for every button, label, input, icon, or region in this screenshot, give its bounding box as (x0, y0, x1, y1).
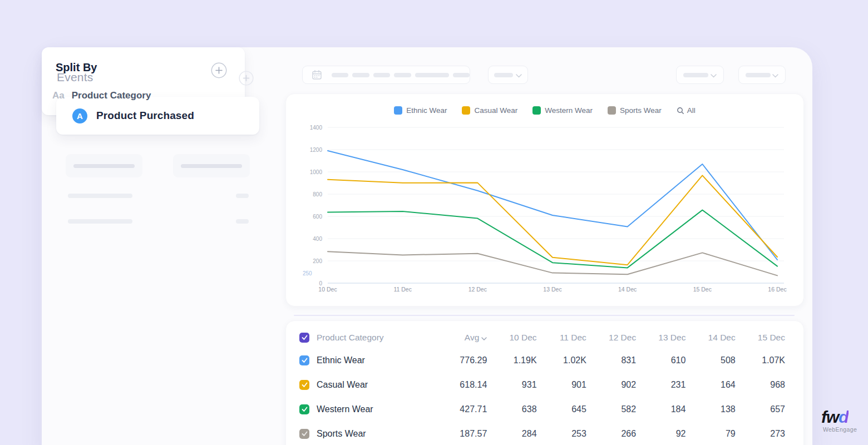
checkmark-icon (302, 335, 308, 340)
split-by-field-label: Product Category (72, 90, 151, 101)
row-label: Western Wear (317, 404, 373, 414)
granularity-select[interactable] (488, 66, 528, 84)
chevron-down-icon (772, 70, 778, 80)
event-item-product-purchased[interactable]: A Product Purchased (56, 97, 259, 135)
plus-circle-icon (211, 62, 227, 81)
cell-value: 138 (685, 404, 735, 414)
row-checkbox[interactable] (299, 355, 309, 365)
skeleton-pill (68, 194, 132, 198)
svg-text:10 Dec: 10 Dec (318, 286, 337, 293)
svg-text:13 Dec: 13 Dec (543, 286, 561, 293)
cell-value: 92 (636, 429, 685, 439)
event-avatar: A (72, 108, 87, 123)
row-checkbox[interactable] (299, 404, 309, 414)
skeleton-pill (415, 73, 449, 77)
skeleton-pill (181, 164, 242, 168)
checkmark-icon (302, 407, 308, 412)
cell-value: 253 (537, 429, 586, 439)
plus-circle-icon (239, 71, 254, 88)
row-label: Ethnic Wear (317, 355, 365, 365)
column-header: 10 Dec (487, 333, 536, 343)
text-type-icon: Aa (52, 90, 65, 101)
add-split-button[interactable] (211, 62, 227, 81)
cell-value: 638 (487, 404, 536, 414)
date-range-filter[interactable] (302, 66, 470, 84)
breakdown-table-card: Product Category Avg 10 Dec 11 Dec 12 De… (285, 320, 804, 445)
table-row-ethnic-wear: Ethnic Wear 776.29 1.19K 1.02K 831 610 5… (299, 348, 785, 373)
row-checkbox[interactable] (299, 429, 309, 439)
chevron-down-icon (481, 333, 487, 343)
svg-text:1000: 1000 (310, 169, 323, 175)
split-by-field[interactable]: Aa Product Category (52, 90, 151, 101)
table-header-row: Product Category Avg 10 Dec 11 Dec 12 De… (299, 327, 785, 348)
cell-value: 657 (736, 404, 785, 414)
skeleton-pill (73, 164, 135, 168)
svg-text:16 Dec: 16 Dec (768, 286, 786, 293)
cell-value: 831 (586, 355, 636, 365)
skeleton-pill (746, 73, 771, 77)
svg-text:11 Dec: 11 Dec (393, 286, 412, 293)
view-select[interactable] (676, 66, 724, 84)
cell-value: 776.29 (437, 355, 487, 365)
cell-value: 901 (537, 380, 586, 390)
table-row-western-wear: Western Wear 427.71 638 645 582 184 138 … (299, 397, 785, 422)
logo-subtitle: WebEngage (821, 426, 857, 433)
checkmark-icon (302, 382, 308, 388)
cell-value: 610 (636, 355, 685, 365)
column-header: 11 Dec (537, 333, 586, 343)
webengage-logo: fwd WebEngage (821, 409, 857, 433)
split-by-title: Split By (56, 61, 97, 74)
table-row-sports-wear: Sports Wear 187.57 284 253 266 92 79 273 (299, 422, 785, 445)
svg-text:12 Dec: 12 Dec (468, 286, 487, 293)
sort-by-avg[interactable]: Avg (437, 333, 487, 343)
cell-value: 902 (586, 380, 636, 390)
column-header: 13 Dec (636, 333, 685, 343)
svg-text:1200: 1200 (310, 147, 323, 153)
table-row-casual-wear: Casual Wear 618.14 931 901 902 231 164 9… (299, 373, 785, 397)
row-label: Sports Wear (317, 429, 366, 439)
svg-text:1400: 1400 (310, 125, 323, 131)
skeleton-pill (236, 219, 249, 224)
cell-value: 187.57 (437, 429, 487, 439)
cell-value: 508 (685, 355, 735, 365)
skeleton-pill (683, 73, 708, 77)
cell-value: 184 (636, 404, 685, 414)
row-label: Casual Wear (317, 380, 368, 390)
column-header: Product Category (317, 333, 384, 343)
dashboard-card: Events A Product Purchased Split By Aa P… (42, 47, 812, 445)
secondary-axis-label: 250 (303, 270, 312, 276)
column-header: 15 Dec (736, 333, 785, 343)
add-event-button[interactable] (239, 71, 254, 88)
filter-skeleton-box (173, 154, 250, 177)
cell-value: 427.71 (437, 404, 487, 414)
chevron-down-icon (711, 70, 717, 80)
row-checkbox[interactable] (299, 380, 309, 390)
checkmark-icon (302, 431, 308, 437)
event-name: Product Purchased (96, 110, 194, 122)
options-select[interactable] (738, 66, 786, 84)
logo-wordmark: fwd (821, 409, 857, 426)
cell-value: 968 (736, 380, 785, 390)
skeleton-pill (352, 73, 369, 77)
cell-value: 164 (685, 380, 735, 390)
cell-value: 266 (586, 429, 636, 439)
svg-text:0: 0 (319, 280, 322, 286)
cell-value: 645 (537, 404, 586, 414)
column-header: 14 Dec (685, 333, 735, 343)
cell-value: 1.02K (537, 355, 586, 365)
cell-value: 231 (636, 380, 685, 390)
svg-text:14 Dec: 14 Dec (618, 286, 637, 293)
line-chart: 020040060080010001200140010 Dec11 Dec12 … (286, 94, 805, 307)
cell-value: 273 (736, 429, 785, 439)
select-all-checkbox[interactable] (299, 333, 309, 343)
trend-chart-card: Ethnic Wear Casual Wear Western Wear Spo… (285, 93, 804, 306)
column-header: 12 Dec (586, 333, 636, 343)
checkmark-icon (302, 358, 308, 363)
svg-text:15 Dec: 15 Dec (693, 286, 712, 293)
cell-value: 931 (487, 380, 536, 390)
skeleton-pill (394, 73, 411, 77)
cell-value: 79 (685, 429, 735, 439)
cell-value: 618.14 (437, 380, 487, 390)
skeleton-pill (332, 73, 348, 77)
svg-text:200: 200 (313, 258, 322, 264)
